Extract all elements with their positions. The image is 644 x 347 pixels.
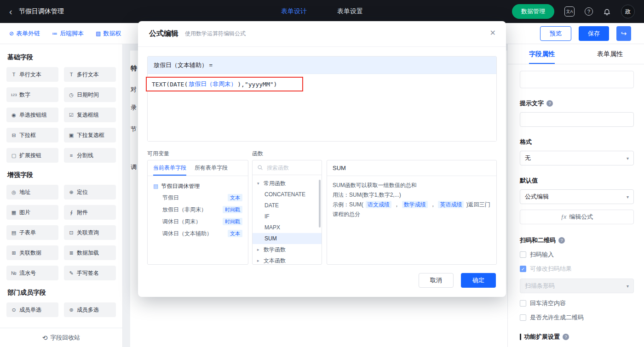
function-group-text[interactable]: ▸ 文本函数 <box>253 255 322 265</box>
field-item-checkbox-group[interactable]: ☑复选框组 <box>64 108 116 122</box>
field-item-signature[interactable]: ✎手写签名 <box>64 266 116 280</box>
canvas-field-label: 对 <box>131 85 137 94</box>
confirm-button[interactable]: 确定 <box>461 273 496 288</box>
field-item-extend-button[interactable]: ▢扩展按钮 <box>6 148 58 163</box>
field-item-label: 扩展按钮 <box>19 152 41 159</box>
tree-root-label: 节假日调休管理 <box>161 182 200 190</box>
hint-help-icon[interactable]: ? <box>546 100 553 107</box>
field-item-member-single[interactable]: ⊙成员单选 <box>6 302 58 317</box>
section-bar-icon <box>520 334 521 340</box>
edit-formula-button[interactable]: ƒx 编辑公式 <box>520 210 634 224</box>
function-item-date[interactable]: DATE <box>253 200 322 211</box>
tab-all-form-fields[interactable]: 所有表单字段 <box>195 160 228 176</box>
function-item-mapx[interactable]: MAPX <box>253 222 322 233</box>
formula-expression-highlight[interactable]: TEXT(DATE( 放假日（非周末） ),"yyyyMM") <box>146 77 303 91</box>
section-title-enhanced-fields: 增强字段 <box>7 171 116 179</box>
field-item-single-line-text[interactable]: T单行文本 <box>6 67 58 82</box>
signature-icon: ✎ <box>68 270 75 276</box>
scan-help-icon[interactable]: ? <box>558 237 565 244</box>
field-item-address[interactable]: ◎地址 <box>6 185 58 199</box>
preview-button[interactable]: 预览 <box>540 26 571 41</box>
close-icon[interactable]: ✕ <box>490 29 496 37</box>
notification-bell-icon[interactable] <box>603 8 611 16</box>
basic-fields-grid: T单行文本 T多行文本 123数字 ◷日期时间 ◉单选按钮组 ☑复选框组 ⊟下拉… <box>6 67 116 163</box>
data-manage-button[interactable]: 数据管理 <box>512 4 554 19</box>
data-permission-link[interactable]: ▧ 数据权 <box>96 29 121 38</box>
checkbox-checked-icon <box>520 266 526 272</box>
field-item-divider[interactable]: ≡分割线 <box>64 148 116 163</box>
checkbox-scan-input[interactable]: 扫码输入 <box>520 250 634 259</box>
caret-down-icon: ▾ <box>257 181 261 186</box>
field-item-member-multi[interactable]: ⊛成员多选 <box>64 302 116 317</box>
field-item-attachment[interactable]: ∮附件 <box>64 205 116 220</box>
functions-label: 函数 <box>252 150 263 158</box>
modal-footer: 取消 确定 <box>419 273 496 288</box>
formula-field-chip[interactable]: 放假日（非周末） <box>189 80 236 88</box>
function-item-if[interactable]: IF <box>253 211 322 222</box>
function-search-input[interactable] <box>266 164 312 171</box>
formula-editor-area[interactable]: TEXT(DATE( 放假日（非周末） ),"yyyyMM") <box>148 74 496 141</box>
checkbox-label: 可修改扫码结果 <box>530 265 572 273</box>
save-button[interactable]: 保存 <box>579 26 609 41</box>
field-item-number[interactable]: 123数字 <box>6 87 58 102</box>
scan-barcode-select[interactable]: 扫描条形码 ▾ <box>520 279 634 293</box>
canvas-field-label: 调 <box>131 163 137 171</box>
field-palette-sidebar: 基础字段 T单行文本 T多行文本 123数字 ◷日期时间 ◉单选按钮组 ☑复选框… <box>0 44 123 347</box>
scrollbar-thumb[interactable] <box>319 180 321 228</box>
translate-icon[interactable]: 文A <box>564 6 575 17</box>
format-select[interactable]: 无 ▾ <box>520 151 634 165</box>
function-search[interactable] <box>253 160 322 175</box>
default-value-select[interactable]: 公式编辑 ▾ <box>520 189 634 204</box>
field-item-location[interactable]: ⊕定位 <box>64 185 116 199</box>
tab-form-settings[interactable]: 表单设置 <box>337 7 363 16</box>
hint-text-input[interactable] <box>520 112 634 127</box>
form-external-link[interactable]: ⊘ 表单外链 <box>9 29 40 38</box>
field-item-linked-data[interactable]: ⊞关联数据 <box>6 245 58 260</box>
field-item-label: 定位 <box>77 188 88 196</box>
field-item-serial-number[interactable]: №流水号 <box>6 266 58 280</box>
field-item-dropdown[interactable]: ⊟下拉框 <box>6 128 58 142</box>
attachment-icon: ∮ <box>68 210 75 216</box>
tab-form-design[interactable]: 表单设计 <box>281 7 307 16</box>
field-item-multi-line-text[interactable]: T多行文本 <box>64 67 116 82</box>
function-group-common[interactable]: ▾ 常用函数 <box>253 178 322 189</box>
variable-row[interactable]: 调休日（文本辅助） 文本 <box>153 228 242 239</box>
function-item-sum[interactable]: SUM <box>253 233 322 244</box>
variable-name: 调休日（周末） <box>162 218 201 226</box>
back-icon[interactable]: ‹ <box>9 7 12 16</box>
chevron-down-icon: ▾ <box>627 156 629 161</box>
extension-help-icon[interactable]: ? <box>563 334 569 340</box>
share-button[interactable]: ↪ <box>616 26 631 41</box>
cancel-button[interactable]: 取消 <box>419 273 454 288</box>
field-item-label: 分割线 <box>77 152 93 159</box>
user-avatar[interactable]: 政 <box>621 5 635 18</box>
variable-row[interactable]: 节假日 文本 <box>153 192 242 204</box>
hint-text-label-text: 提示文字 <box>520 99 544 108</box>
backend-script-link[interactable]: ≔ 后端脚本 <box>52 29 84 38</box>
field-item-label: 子表单 <box>19 229 36 237</box>
field-item-subform[interactable]: ▤子表单 <box>6 225 58 240</box>
tab-field-properties[interactable]: 字段属性 <box>508 44 576 64</box>
field-title-input[interactable] <box>520 71 634 88</box>
field-item-datetime[interactable]: ◷日期时间 <box>64 87 116 102</box>
function-item-concatenate[interactable]: CONCATENATE <box>253 189 322 200</box>
field-recycle-bin[interactable]: ⟲ 字段回收站 <box>0 328 122 347</box>
field-item-image[interactable]: ▦图片 <box>6 205 58 220</box>
function-example: 示例：SUM( 语文成绩 ， 数学成绩 ， 英语成绩 )返回三门课程的总分 <box>333 200 491 219</box>
help-icon[interactable]: ? <box>585 7 593 16</box>
field-item-radio-group[interactable]: ◉单选按钮组 <box>6 108 58 122</box>
function-group-math[interactable]: ▸ 数学函数 <box>253 244 322 255</box>
field-item-data-load[interactable]: ≣数据加载 <box>64 245 116 260</box>
checkbox-editable-scan-result[interactable]: 可修改扫码结果 <box>520 265 634 273</box>
tab-form-properties[interactable]: 表单属性 <box>576 44 644 64</box>
checkbox-enter-clears[interactable]: 回车清空内容 <box>520 299 634 307</box>
tree-root[interactable]: ▤ 节假日调休管理 <box>153 181 242 192</box>
field-item-linked-query[interactable]: ⊡关联查询 <box>64 225 116 240</box>
field-item-dropdown-multi[interactable]: ▣下拉复选框 <box>64 128 116 142</box>
tab-current-form-fields[interactable]: 当前表单字段 <box>153 160 186 176</box>
checkbox-allow-qr-generate[interactable]: 是否允许生成二维码 <box>520 313 634 322</box>
chevron-down-icon: ▾ <box>627 284 629 289</box>
serial-number-icon: № <box>10 270 17 276</box>
variable-row[interactable]: 调休日（周末） 时间戳 <box>153 216 242 228</box>
variable-row[interactable]: 放假日（非周末） 时间戳 <box>153 204 242 216</box>
